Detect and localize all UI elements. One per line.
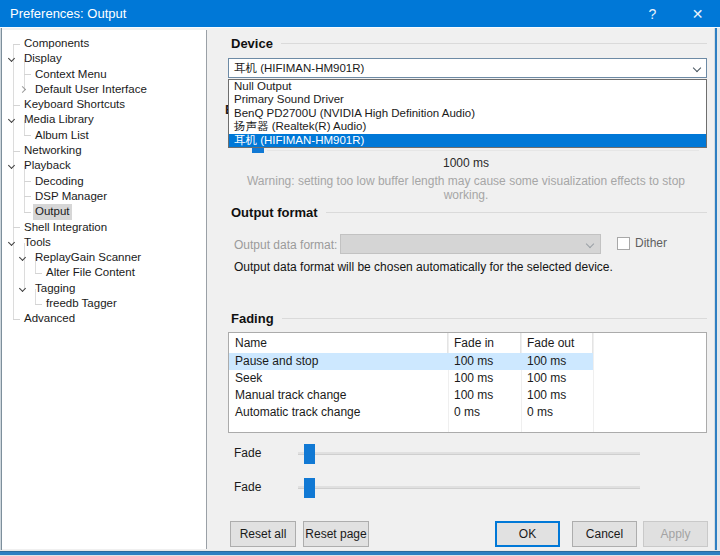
tree-connector [24, 135, 31, 136]
fading-table-header: Name Fade in Fade out [229, 333, 706, 353]
reset-all-button[interactable]: Reset all [230, 521, 296, 547]
title-bar: Preferences: Output ? ✕ [0, 0, 720, 28]
preferences-window: Preferences: Output ? ✕ Components Displ… [0, 0, 720, 556]
tree-connector [13, 319, 20, 320]
tree-item-shell-integration[interactable]: Shell Integration [2, 220, 206, 235]
close-button[interactable]: ✕ [675, 0, 720, 28]
output-data-format-combobox-disabled [340, 234, 601, 254]
device-option-null-output[interactable]: Null Output [229, 80, 706, 93]
chevron-down-icon [586, 240, 594, 248]
chevron-down-icon[interactable] [19, 285, 26, 292]
tree-item-advanced[interactable]: Advanced [2, 311, 206, 326]
tree-connector [13, 227, 20, 228]
tree-item-playback[interactable]: Playback [2, 158, 206, 173]
device-option-benq[interactable]: BenQ PD2700U (NVIDIA High Definition Aud… [229, 107, 706, 120]
buffer-length-slider-track[interactable] [267, 150, 699, 151]
apply-button-disabled[interactable]: Apply [643, 521, 708, 547]
ok-button[interactable]: OK [495, 521, 560, 547]
tree-connector [13, 151, 20, 152]
dither-checkbox[interactable] [617, 237, 630, 250]
window-title: Preferences: Output [0, 6, 630, 21]
tree-item-replaygain-scanner[interactable]: ReplayGain Scanner [2, 250, 206, 265]
tree-connector [24, 181, 31, 182]
tree-item-default-user-interface[interactable]: Default User Interface [2, 82, 206, 97]
tree-item-networking[interactable]: Networking [2, 143, 206, 158]
window-border-bottom [0, 550, 720, 556]
device-option-speakers-realtek[interactable]: 扬声器 (Realtek(R) Audio) [229, 120, 706, 133]
device-section-header: Device [225, 36, 707, 51]
tree-item-components[interactable]: Components [2, 36, 206, 51]
chevron-down-icon[interactable] [8, 162, 15, 169]
tree-connector [13, 105, 20, 106]
tree-item-freedb-tagger[interactable]: freedb Tagger [2, 296, 206, 311]
buffer-warning-text: Warning: setting too low buffer length m… [225, 174, 707, 202]
fade-out-slider-handle[interactable] [304, 478, 315, 498]
output-data-format-label: Output data format: [234, 238, 337, 252]
tree-connector [35, 273, 42, 274]
chevron-down-icon[interactable] [693, 64, 701, 72]
section-divider [281, 43, 707, 44]
dither-label: Dither [635, 236, 667, 250]
dither-control: Dither [617, 236, 667, 250]
output-settings-panel: Device 耳机 (HIFIMAN-HM901R) Buffer length… [225, 28, 707, 549]
tree-connector [35, 304, 42, 305]
chevron-down-icon[interactable] [8, 239, 15, 246]
fade-out-slider-track[interactable] [298, 486, 640, 489]
chevron-down-icon[interactable] [8, 55, 15, 62]
fading-section-header: Fading [225, 311, 707, 326]
tree-item-media-library[interactable]: Media Library [2, 112, 206, 127]
tree-item-output-selected[interactable]: Output [2, 204, 206, 219]
table-row-pause-and-stop-selected[interactable]: Pause and stop 100 ms 100 ms [229, 353, 706, 370]
tree-connector [24, 196, 31, 197]
table-row-seek[interactable]: Seek 100 ms 100 ms [229, 370, 706, 387]
tree-item-dsp-manager[interactable]: DSP Manager [2, 189, 206, 204]
tree-item-decoding[interactable]: Decoding [2, 174, 206, 189]
tree-item-tagging[interactable]: Tagging [2, 281, 206, 296]
device-combobox[interactable]: 耳机 (HIFIMAN-HM901R) [228, 58, 707, 78]
tree-connector [24, 212, 31, 213]
cancel-button[interactable]: Cancel [572, 521, 637, 547]
section-divider [326, 212, 707, 213]
tree-item-album-list[interactable]: Album List [2, 128, 206, 143]
device-option-primary-sound-driver[interactable]: Primary Sound Driver [229, 93, 706, 106]
fade-in-slider-track[interactable] [298, 452, 640, 455]
fade-out-slider-label: Fade [234, 480, 294, 494]
help-button[interactable]: ? [630, 0, 675, 28]
fading-table: Name Fade in Fade out Pause and stop 100… [228, 332, 707, 433]
tree-item-tools[interactable]: Tools [2, 235, 206, 250]
output-format-section-header: Output format [225, 205, 707, 220]
buffer-length-value: 1000 ms [225, 156, 707, 170]
window-border-right [714, 28, 720, 556]
tree-connector [24, 74, 31, 75]
preferences-tree: Components Display Context Menu Default … [2, 30, 207, 549]
output-format-note: Output data format will be chosen automa… [234, 260, 613, 274]
fade-in-slider-label: Fade [234, 446, 294, 460]
tree-connector [13, 44, 20, 45]
chevron-right-icon[interactable] [19, 86, 26, 93]
tree-item-keyboard-shortcuts[interactable]: Keyboard Shortcuts [2, 97, 206, 112]
section-divider [282, 318, 707, 319]
device-dropdown-list: Null Output Primary Sound Driver BenQ PD… [228, 79, 707, 148]
tree-item-display[interactable]: Display [2, 51, 206, 66]
column-header-name[interactable]: Name [229, 333, 448, 353]
table-row-automatic-track-change[interactable]: Automatic track change 0 ms 0 ms [229, 404, 706, 421]
fade-in-slider-handle[interactable] [304, 444, 315, 464]
column-header-fade-out[interactable]: Fade out [521, 333, 593, 353]
device-option-hifiman-highlighted[interactable]: 耳机 (HIFIMAN-HM901R) [229, 134, 706, 147]
table-row-manual-track-change[interactable]: Manual track change 100 ms 100 ms [229, 387, 706, 404]
reset-page-button[interactable]: Reset page [303, 521, 369, 547]
tree-item-alter-file-content[interactable]: Alter File Content [2, 265, 206, 280]
device-combobox-value: 耳机 (HIFIMAN-HM901R) [234, 62, 364, 74]
chevron-down-icon[interactable] [19, 254, 26, 261]
column-header-fade-in[interactable]: Fade in [448, 333, 521, 353]
tree-item-context-menu[interactable]: Context Menu [2, 67, 206, 82]
chevron-down-icon[interactable] [8, 116, 15, 123]
